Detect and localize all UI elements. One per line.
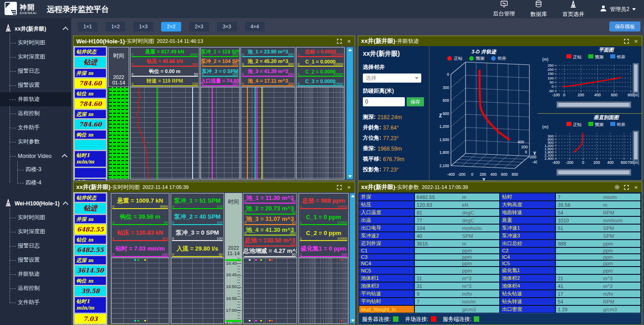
- sidebar-item-实时参数[interactable]: 实时参数: [10, 135, 71, 149]
- collision-distance-input[interactable]: [363, 97, 405, 106]
- gear-icon[interactable]: [614, 184, 620, 190]
- param-name-cell: 迟到井深: [359, 240, 414, 247]
- user-menu[interactable]: 管理员2: [600, 5, 636, 14]
- param-name-cell: C3: [359, 254, 414, 260]
- param-name-cell: IC5: [500, 260, 555, 267]
- layout-button-3×3[interactable]: 3×3: [217, 22, 237, 31]
- nav-item-database[interactable]: 数据库: [530, 0, 547, 18]
- sidebar-item-报警设置[interactable]: 报警设置: [10, 253, 71, 267]
- sidebar-item-井眼轨迹[interactable]: 井眼轨迹: [10, 267, 71, 281]
- sidebar-item-Monitor Video[interactable]: Monitor Video: [10, 149, 71, 163]
- param-value: 3614.50: [75, 266, 106, 275]
- chart-scrollbar[interactable]: [350, 193, 355, 324]
- nav-item-well-select[interactable]: 首页选井: [562, 0, 584, 18]
- track-header: 0池_1 = 11.30 m^3500池_2 = 20.73 m^3500池_3…: [243, 193, 297, 258]
- layout-button-2×3[interactable]: 2×3: [189, 22, 209, 31]
- panel-title: Wei-H100(Hole-1): [76, 38, 125, 45]
- svg-text:正钻: 正钻: [573, 122, 582, 127]
- save-distance-button[interactable]: 保存: [407, 97, 424, 106]
- param-name-cell: 大钩高度: [500, 201, 555, 209]
- curve-header: 0池_4 = 17.11 m^3300: [241, 77, 295, 87]
- chart-tracks-zone: 0悬重 = 1009.7 kN30000钩位 = 39.58 m400钻压 = …: [107, 192, 355, 325]
- sidebar-item-四楼-4[interactable]: 四楼-4: [17, 176, 71, 189]
- expand-icon[interactable]: [623, 38, 629, 44]
- sidebar-item-报警设置[interactable]: 报警设置: [10, 78, 71, 92]
- curve-header: 0池_2 = 45.20 m^3300: [241, 58, 295, 68]
- svg-text:800: 800: [512, 172, 518, 177]
- topbar: 神開 SHENKAI 远程录井监控平台 后台管理数据库首页选井 管理员2: [0, 0, 644, 18]
- layout-button-4×4[interactable]: 4×4: [245, 22, 265, 31]
- sidebar-well-root[interactable]: xx井(新井眼): [0, 22, 71, 36]
- table-row: 池体积331m^3池体积441m^3: [359, 282, 641, 290]
- close-icon[interactable]: ×: [346, 184, 352, 190]
- svg-text:0: 0: [447, 72, 449, 77]
- panel-subtitle: -实时时间图: [125, 37, 154, 45]
- param-value-cell: ppm: [414, 247, 500, 254]
- chevron-up-icon[interactable]: [62, 154, 68, 160]
- svg-text:预测: 预测: [476, 56, 484, 61]
- sidebar-item-实时时间图[interactable]: 实时时间图: [10, 36, 71, 50]
- svg-text:0: 0: [582, 160, 584, 165]
- v-scrollbar[interactable]: [633, 131, 639, 160]
- derrick-icon: [5, 24, 12, 33]
- sidebar-item-实时深度图[interactable]: 实时深度图: [10, 225, 71, 239]
- expand-icon[interactable]: [336, 184, 342, 190]
- table-row: 出口电导104mmho/m泵冲速151SPM: [359, 224, 641, 232]
- h-scrollbar[interactable]: [557, 102, 631, 108]
- trajectory-stats: 测深:2182.24m井斜角:37.64°方位角:77.23°垂深:1968.5…: [363, 112, 425, 180]
- derrick-icon: [5, 199, 12, 208]
- close-icon[interactable]: ×: [346, 38, 352, 44]
- sidebar-item-文件助手[interactable]: 文件助手: [10, 295, 71, 309]
- param-value: 6482.55: [75, 245, 106, 255]
- layout-button-1×2[interactable]: 1×2: [105, 22, 126, 31]
- svg-text:200: 200: [521, 145, 528, 149]
- param-value-cell: 6482.55m: [414, 193, 500, 201]
- chevron-up-icon[interactable]: [63, 26, 68, 32]
- sidebar-item-label: 远程控制: [18, 284, 40, 292]
- nav-item-label: 后台管理: [493, 10, 515, 18]
- sidebar-item-实时时间图[interactable]: 实时时间图: [10, 210, 71, 225]
- param-name-cell: NC5: [359, 267, 414, 274]
- param-name-cell: C2: [500, 247, 555, 254]
- layout-button-1×1[interactable]: 1×1: [78, 22, 98, 31]
- layout-button-2×2[interactable]: 2×2: [161, 22, 181, 31]
- neighbor-well-select[interactable]: 选择: [363, 73, 421, 83]
- close-icon[interactable]: ×: [633, 38, 639, 44]
- sidebar-item-报警日志[interactable]: 报警日志: [10, 239, 71, 253]
- expand-icon[interactable]: [623, 184, 629, 190]
- track-body: [171, 258, 224, 324]
- sidebar-well-label: xx井(新井眼): [15, 25, 61, 33]
- sidebar-item-井眼轨迹[interactable]: 井眼轨迹: [0, 92, 71, 106]
- sidebar-item-远程控制[interactable]: 远程控制: [10, 281, 71, 295]
- save-template-button[interactable]: 保存模板: [609, 21, 640, 31]
- svg-text:1,800: 1,800: [440, 150, 450, 155]
- sidebar-item-远程控制[interactable]: 远程控制: [10, 106, 71, 121]
- sidebar-item-报警日志[interactable]: 报警日志: [10, 64, 71, 78]
- param-label: 钻位 m: [75, 236, 106, 244]
- close-icon[interactable]: ×: [633, 184, 639, 190]
- chevron-up-icon[interactable]: [63, 201, 68, 207]
- expand-icon[interactable]: [336, 38, 342, 44]
- sidebar-item-文件助手[interactable]: 文件助手: [10, 121, 71, 135]
- layout-button-1×3[interactable]: 1×3: [133, 22, 153, 31]
- sidebar-item-实时深度图[interactable]: 实时深度图: [10, 50, 71, 64]
- track-header: 0悬重 = 1009.7 kN30000钩位 = 39.58 m400钻压 = …: [111, 193, 169, 258]
- v-scrollbar[interactable]: [633, 63, 639, 93]
- sidebar-well-root[interactable]: Wei-H100(Hole-1): [0, 197, 71, 210]
- chart-scrollbar[interactable]: [346, 47, 353, 179]
- h-scrollbar[interactable]: [557, 169, 631, 175]
- param-value-cell: 54RPM: [555, 298, 641, 305]
- trajectory-stat: 垂深:1968.59m: [363, 143, 425, 154]
- sidebar-item-四楼-3[interactable]: 四楼-3: [17, 163, 71, 176]
- svg-text:Z: Z: [439, 113, 442, 118]
- neighbor-select-value: 选择: [366, 74, 377, 82]
- panel-header: xx井(新井眼) -实时参数 2022-11-14 17:05:39 ×: [358, 182, 642, 192]
- chart-tracks-zone: 时间202201-140悬重 = 817.49 kN20000钻压 = 40.6…: [107, 46, 355, 180]
- svg-text:150: 150: [548, 72, 554, 76]
- svg-text:600: 600: [443, 98, 449, 103]
- panel-realtime-time-chart-2: xx井(新井眼) -实时时间图 2022-11-14 17:05:39 × 钻井…: [73, 182, 355, 325]
- svg-text:0: 0: [471, 172, 473, 177]
- svg-text:(m): (m): [542, 57, 549, 62]
- nav-item-admin[interactable]: 后台管理: [493, 0, 515, 18]
- param-label: 井深 m: [75, 215, 106, 223]
